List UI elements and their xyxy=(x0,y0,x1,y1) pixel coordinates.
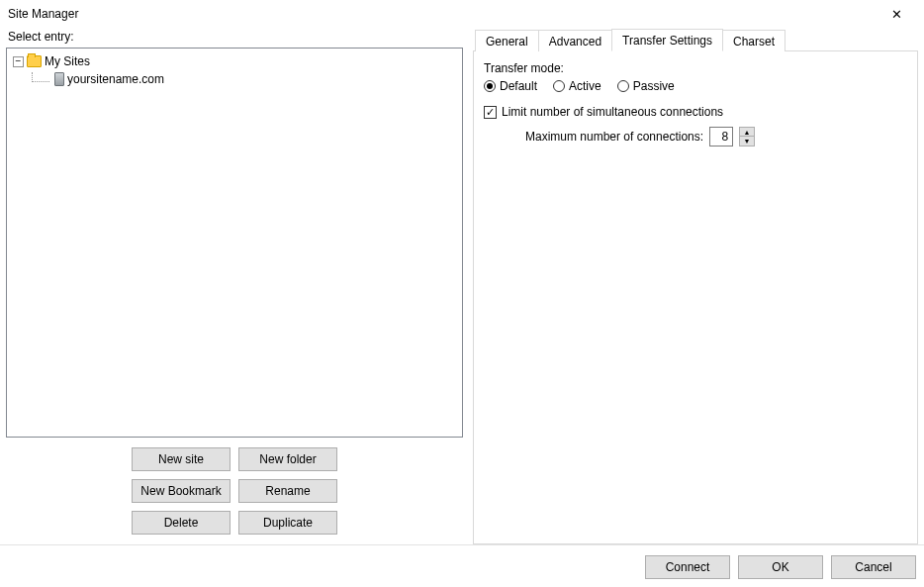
radio-active[interactable]: Active xyxy=(553,79,601,93)
connect-button[interactable]: Connect xyxy=(645,555,730,579)
tab-advanced[interactable]: Advanced xyxy=(538,30,612,51)
duplicate-button[interactable]: Duplicate xyxy=(238,511,337,535)
spinner-up-button[interactable]: ▲ xyxy=(739,127,755,137)
titlebar: Site Manager ✕ xyxy=(0,0,924,28)
transfer-mode-radio-row: Default Active Passive xyxy=(484,79,907,93)
left-pane: Select entry: − My Sites yoursitename.co… xyxy=(6,28,463,544)
dialog-footer: Connect OK Cancel xyxy=(0,544,924,587)
spinner-down-button[interactable]: ▼ xyxy=(739,137,755,147)
cancel-button[interactable]: Cancel xyxy=(831,555,916,579)
right-pane: General Advanced Transfer Settings Chars… xyxy=(473,28,918,544)
main-row: Select entry: − My Sites yoursitename.co… xyxy=(0,28,924,544)
new-folder-button[interactable]: New folder xyxy=(238,447,337,471)
tree-connector xyxy=(32,72,49,82)
tab-strip: General Advanced Transfer Settings Chars… xyxy=(473,28,918,51)
chevron-down-icon: ▼ xyxy=(744,138,751,145)
close-button[interactable]: ✕ xyxy=(877,1,916,27)
radio-passive-label: Passive xyxy=(633,79,675,93)
radio-icon-selected xyxy=(484,80,496,92)
delete-button[interactable]: Delete xyxy=(132,511,231,535)
tab-transfer-settings[interactable]: Transfer Settings xyxy=(611,29,723,51)
tree-item-mysites[interactable]: − My Sites xyxy=(13,52,456,70)
close-icon: ✕ xyxy=(891,7,902,22)
ok-button[interactable]: OK xyxy=(738,555,823,579)
site-tree[interactable]: − My Sites yoursitename.com xyxy=(6,48,463,438)
max-connections-row: Maximum number of connections: ▲ ▼ xyxy=(484,127,907,147)
radio-icon xyxy=(553,80,565,92)
tree-item-site[interactable]: yoursitename.com xyxy=(27,70,456,88)
radio-passive[interactable]: Passive xyxy=(617,79,675,93)
radio-icon xyxy=(617,80,629,92)
tree-label-site: yoursitename.com xyxy=(67,72,164,86)
site-action-buttons: New site New folder New Bookmark Rename … xyxy=(6,438,463,544)
tree-label-mysites: My Sites xyxy=(45,54,90,68)
max-connections-input[interactable] xyxy=(709,127,733,147)
chevron-up-icon: ▲ xyxy=(744,129,751,136)
server-icon xyxy=(54,72,64,86)
rename-button[interactable]: Rename xyxy=(238,479,337,503)
window-title: Site Manager xyxy=(8,7,78,21)
spinner: ▲ ▼ xyxy=(739,127,755,147)
select-entry-label: Select entry: xyxy=(6,28,463,48)
new-bookmark-button[interactable]: New Bookmark xyxy=(132,479,231,503)
tab-charset[interactable]: Charset xyxy=(722,30,785,51)
new-site-button[interactable]: New site xyxy=(132,447,231,471)
tree-root: − My Sites yoursitename.com xyxy=(13,52,456,88)
tree-children: yoursitename.com xyxy=(13,70,456,88)
window-body: Select entry: − My Sites yoursitename.co… xyxy=(0,28,924,587)
checkbox-checked-icon[interactable]: ✓ xyxy=(484,106,497,119)
collapse-icon[interactable]: − xyxy=(13,56,24,67)
radio-default[interactable]: Default xyxy=(484,79,537,93)
radio-active-label: Active xyxy=(569,79,601,93)
radio-default-label: Default xyxy=(500,79,537,93)
tab-content-transfer: Transfer mode: Default Active Passive xyxy=(473,51,918,544)
transfer-mode-label: Transfer mode: xyxy=(484,61,907,75)
limit-connections-row[interactable]: ✓ Limit number of simultaneous connectio… xyxy=(484,105,907,119)
max-connections-label: Maximum number of connections: xyxy=(525,130,703,144)
folder-icon xyxy=(27,55,42,67)
limit-connections-label: Limit number of simultaneous connections xyxy=(502,105,723,119)
tab-general[interactable]: General xyxy=(475,30,539,51)
